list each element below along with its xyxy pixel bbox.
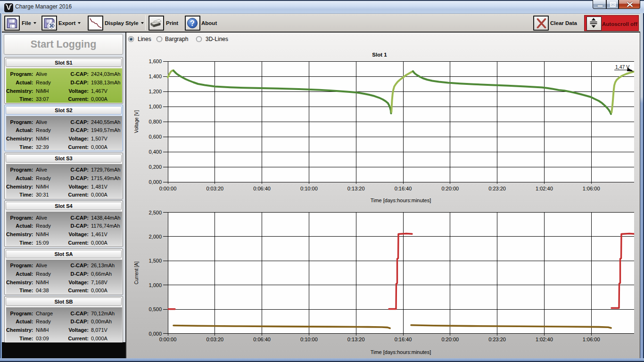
svg-text:0:06:40: 0:06:40	[253, 337, 271, 342]
svg-text:1,000: 1,000	[149, 104, 162, 109]
svg-text:0,800: 0,800	[149, 119, 162, 124]
svg-text:0:06:40: 0:06:40	[253, 186, 271, 191]
svg-text:Lines: Lines	[138, 36, 151, 42]
svg-text:0:03:20: 0:03:20	[206, 337, 223, 342]
svg-text:0:23:20: 0:23:20	[488, 186, 506, 191]
svg-text:0:13:20: 0:13:20	[347, 337, 365, 342]
svg-text:Time [days:hours:minutes]: Time [days:hours:minutes]	[371, 197, 431, 203]
svg-text:0,500: 0,500	[149, 306, 162, 312]
svg-text:0:00:00: 0:00:00	[159, 186, 177, 191]
svg-text:0:16:40: 0:16:40	[395, 186, 412, 191]
svg-text:?: ?	[190, 19, 195, 27]
svg-text:1:02:40: 1:02:40	[536, 337, 553, 342]
svg-text:0:23:20: 0:23:20	[488, 337, 506, 342]
svg-text:2,000: 2,000	[149, 234, 162, 239]
svg-text:0,200: 0,200	[149, 164, 162, 170]
svg-text:Current [A]: Current [A]	[134, 262, 139, 285]
svg-text:0:20:00: 0:20:00	[441, 186, 459, 191]
svg-text:0:16:40: 0:16:40	[395, 337, 412, 342]
svg-text:Bargraph: Bargraph	[165, 36, 188, 42]
svg-text:Time [days:hours:minutes]: Time [days:hours:minutes]	[371, 349, 431, 355]
svg-text:0,600: 0,600	[149, 134, 162, 140]
svg-text:1:06:00: 1:06:00	[583, 337, 600, 342]
svg-text:0:00:00: 0:00:00	[159, 337, 177, 342]
svg-text:0,000: 0,000	[149, 179, 162, 185]
svg-text:1:06:00: 1:06:00	[583, 186, 600, 191]
svg-text:3D-Lines: 3D-Lines	[206, 36, 228, 42]
svg-text:1,200: 1,200	[149, 89, 162, 94]
svg-text:Voltage [V]: Voltage [V]	[134, 110, 139, 133]
svg-text:1,500: 1,500	[149, 258, 162, 263]
svg-text:0,400: 0,400	[149, 149, 162, 155]
svg-text:Slot 1: Slot 1	[372, 52, 387, 58]
svg-text:0:10:00: 0:10:00	[300, 337, 318, 342]
svg-text:0:10:00: 0:10:00	[300, 186, 318, 191]
svg-text:1,600: 1,600	[149, 58, 162, 64]
svg-text:0:20:00: 0:20:00	[441, 337, 459, 342]
svg-text:1:02:40: 1:02:40	[536, 186, 553, 191]
svg-text:1,400: 1,400	[149, 74, 162, 79]
svg-text:2,500: 2,500	[149, 210, 162, 215]
svg-text:0:03:20: 0:03:20	[206, 186, 223, 191]
svg-text:1,000: 1,000	[149, 282, 162, 288]
svg-text:0:13:20: 0:13:20	[347, 186, 365, 191]
svg-text:0,000: 0,000	[149, 331, 162, 337]
